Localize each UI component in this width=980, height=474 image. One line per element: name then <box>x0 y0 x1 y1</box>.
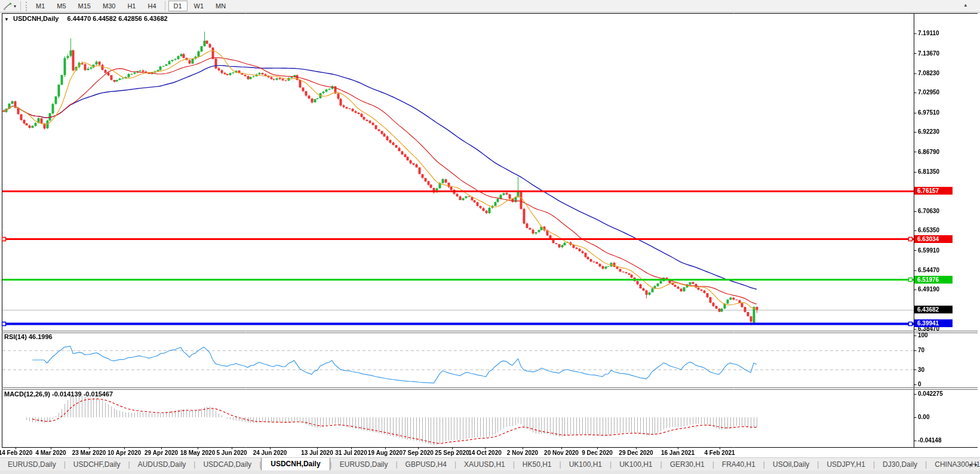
tab-eurusd-daily[interactable]: EURUSD,Daily <box>332 458 396 471</box>
timeframe-button-m30[interactable]: M30 <box>97 1 121 11</box>
price-tag-6-76157: 6.76157 <box>914 187 953 195</box>
tab-dj30-daily[interactable]: DJ30,Daily <box>875 458 925 471</box>
price-tag-6-43682: 6.43682 <box>914 306 953 313</box>
timeframe-button-m5[interactable]: M5 <box>51 1 71 11</box>
toolbar-overflow-icon[interactable]: ▴ <box>964 2 967 8</box>
chart-title-symbol: USDCNH,Daily <box>13 15 59 22</box>
timeframe-buttons: M1M5M15M30H1H4D1W1MN <box>30 1 232 11</box>
price-tag-6-51976: 6.51976 <box>914 276 953 284</box>
chart-title-ohlc: 6.44470 6.44582 6.42856 6.43682 <box>67 15 168 22</box>
timeframe-button-mn[interactable]: MN <box>210 1 231 11</box>
line-tools-icon[interactable] <box>2 1 13 11</box>
timeframe-button-h4[interactable]: H4 <box>142 1 161 11</box>
tab-uk100-h1[interactable]: UK100,H1 <box>612 458 660 471</box>
tab-uk100-h1[interactable]: UK100,H1 <box>561 458 610 471</box>
timeframe-button-w1[interactable]: W1 <box>189 1 210 11</box>
tab-scroll-right-icon[interactable]: ▸ <box>973 461 980 471</box>
price-chart-canvas[interactable] <box>0 0 980 457</box>
toolbar-grip[interactable] <box>26 2 27 11</box>
tab-gbpusd-h4[interactable]: GBPUSD,H4 <box>398 458 454 471</box>
timeframe-button-m1[interactable]: M1 <box>30 1 50 11</box>
toolbar-divider <box>20 1 21 11</box>
chart-title: ▼ USDCNH,Daily 6.44470 6.44582 6.42856 6… <box>4 15 168 22</box>
price-tag-6-63034: 6.63034 <box>914 235 953 243</box>
timeframe-button-d1[interactable]: D1 <box>168 1 188 11</box>
chart-title-caret-icon[interactable]: ▼ <box>4 17 9 22</box>
tab-scroll-left-icon[interactable]: ◂ <box>967 461 974 471</box>
tab-hk50-h1[interactable]: HK50,H1 <box>515 458 560 471</box>
tab-usdcnh-daily[interactable]: USDCNH,Daily <box>261 457 330 471</box>
tab-bar-items: EURUSD,Daily|USDCHF,Daily|AUDUSD,Daily|U… <box>0 457 967 471</box>
chart-tab-bar: EURUSD,Daily|USDCHF,Daily|AUDUSD,Daily|U… <box>0 457 980 471</box>
timeframe-button-m15[interactable]: M15 <box>73 1 96 11</box>
timeframe-button-h1[interactable]: H1 <box>122 1 141 11</box>
tab-ger30-h1[interactable]: GER30,H1 <box>662 458 712 471</box>
chevron-down-icon[interactable]: ▾ <box>14 4 16 9</box>
rsi-indicator-label: RSI(14) 46.1996 <box>4 333 53 340</box>
toolbar: ▾ M1M5M15M30H1H4D1W1MN ▴ <box>0 0 980 13</box>
tab-xauusd-h1[interactable]: XAUUSD,H1 <box>456 458 513 471</box>
tab-eurusd-daily[interactable]: EURUSD,Daily <box>0 458 64 471</box>
tab-usoil-daily[interactable]: USOil,Daily <box>765 458 817 471</box>
macd-indicator-label: MACD(12,26,9) -0.014139 -0.015467 <box>4 390 113 398</box>
tab-usdchf-daily[interactable]: USDCHF,Daily <box>66 458 128 471</box>
price-tag-6-39941: 6.39941 <box>914 319 953 327</box>
toolbar-divider <box>165 1 165 11</box>
tab-fra40-h1[interactable]: FRA40,H1 <box>714 458 763 471</box>
tab-usdjpy-h1[interactable]: USDJPY,H1 <box>819 458 873 471</box>
tab-usdcad-daily[interactable]: USDCAD,Daily <box>195 458 259 471</box>
status-strip <box>0 470 980 474</box>
tab-audusd-daily[interactable]: AUDUSD,Daily <box>130 458 194 471</box>
